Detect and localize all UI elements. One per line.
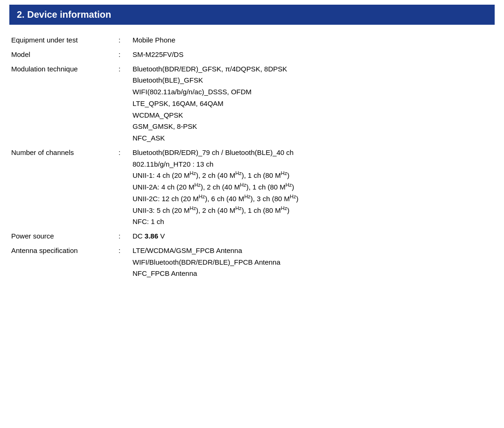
value-line: NFC_ASK (133, 133, 493, 144)
row-label: Antenna specification (9, 244, 117, 281)
mhz-superscript: Hz (244, 194, 250, 199)
row-label: Power source (9, 229, 117, 244)
value-line: WCDMA_QPSK (133, 110, 493, 121)
table-row: Model : SM-M225FV/DS (9, 48, 495, 62)
value-line: Bluetooth(BLE)_GFSK (133, 75, 493, 86)
row-value: SM-M225FV/DS (131, 48, 495, 62)
row-colon: : (117, 48, 131, 62)
mhz-superscript: Hz (195, 182, 201, 188)
value-line: NFC_FPCB Antenna (133, 268, 493, 280)
mhz-superscript: Hz (281, 205, 287, 211)
section-title: 2. Device information (9, 5, 495, 25)
bold-voltage: 3.86 (145, 232, 158, 240)
value-line: DC 3.86 V (133, 231, 493, 242)
value-line: SM-M225FV/DS (133, 49, 493, 61)
value-line: UNII-2C: 12 ch (20 MHz), 6 ch (40 MHz), … (133, 193, 493, 205)
mhz-superscript: Hz (190, 205, 196, 211)
row-label: Equipment under test (9, 33, 117, 48)
row-colon: : (117, 229, 131, 244)
value-line: UNII-3: 5 ch (20 MHz), 2 ch (40 MHz), 1 … (133, 205, 493, 217)
row-value: LTE/WCDMA/GSM_FPCB Antenna WIFI/Bluetoot… (131, 244, 495, 281)
row-label: Modulation technique (9, 62, 117, 146)
mhz-superscript: Hz (281, 170, 287, 176)
mhz-superscript: Hz (190, 170, 196, 176)
row-colon: : (117, 33, 131, 48)
value-line: UNII-1: 4 ch (20 MHz), 2 ch (40 MHz), 1 … (133, 170, 493, 182)
value-line: NFC: 1 ch (133, 216, 493, 228)
table-row: Modulation technique : Bluetooth(BDR/EDR… (9, 62, 495, 146)
value-line: LTE_QPSK, 16QAM, 64QAM (133, 98, 493, 110)
value-line: Mobile Phone (133, 35, 493, 46)
value-line: 802.11b/g/n_HT20 : 13 ch (133, 159, 493, 170)
mhz-superscript: Hz (290, 194, 296, 199)
value-line: Bluetooth(BDR/EDR)_79 ch / Bluetooth(BLE… (133, 147, 493, 159)
value-line: GSM_GMSK, 8-PSK (133, 121, 493, 133)
row-value: DC 3.86 V (131, 229, 495, 244)
mhz-superscript: Hz (235, 170, 241, 176)
mhz-superscript: Hz (240, 182, 246, 188)
row-label: Number of channels (9, 146, 117, 229)
mhz-superscript: Hz (235, 205, 241, 211)
value-line: LTE/WCDMA/GSM_FPCB Antenna (133, 245, 493, 257)
row-colon: : (117, 62, 131, 146)
table-row: Antenna specification : LTE/WCDMA/GSM_FP… (9, 244, 495, 281)
device-info-table: Equipment under test : Mobile Phone Mode… (9, 33, 495, 281)
page-container: 2. Device information Equipment under te… (0, 0, 504, 295)
row-value: Mobile Phone (131, 33, 495, 48)
row-value: Bluetooth(BDR/EDR)_79 ch / Bluetooth(BLE… (131, 146, 495, 229)
value-line: WIFI(802.11a/b/g/n/ac)_DSSS, OFDM (133, 86, 493, 98)
value-line: Bluetooth(BDR/EDR)_GFSK, π/4DQPSK, 8DPSK (133, 63, 493, 75)
value-line: WIFI/Bluetooth(BDR/EDR/BLE)_FPCB Antenna (133, 257, 493, 268)
row-label: Model (9, 48, 117, 62)
table-row: Power source : DC 3.86 V (9, 229, 495, 244)
row-colon: : (117, 146, 131, 229)
mhz-superscript: Hz (199, 194, 205, 199)
value-line: UNII-2A: 4 ch (20 MHz), 2 ch (40 MHz), 1… (133, 182, 493, 193)
table-row: Number of channels : Bluetooth(BDR/EDR)_… (9, 146, 495, 229)
row-value: Bluetooth(BDR/EDR)_GFSK, π/4DQPSK, 8DPSK… (131, 62, 495, 146)
row-colon: : (117, 244, 131, 281)
table-row: Equipment under test : Mobile Phone (9, 33, 495, 48)
mhz-superscript: Hz (286, 182, 292, 188)
